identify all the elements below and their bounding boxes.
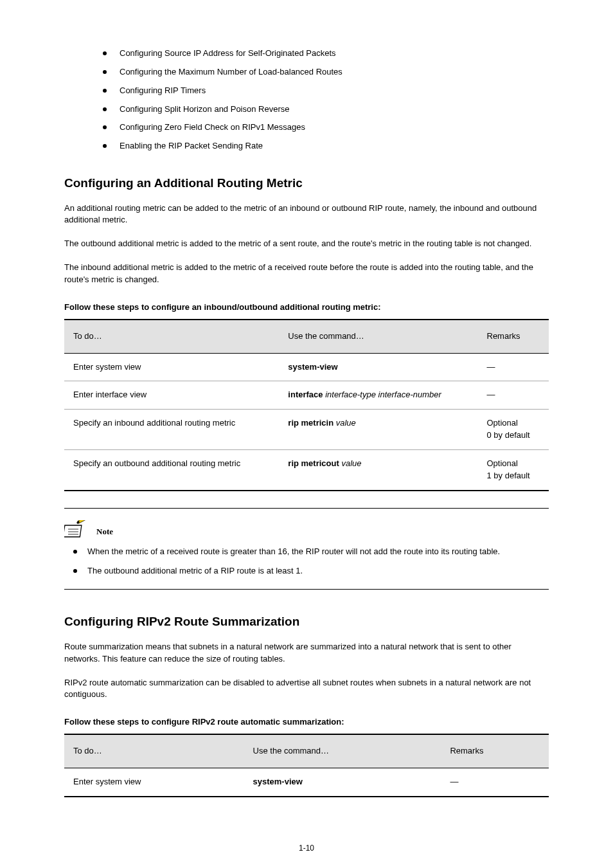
route-summarization-table: To do… Use the command… Remarks Enter sy…: [64, 734, 549, 797]
command-arg: value: [341, 458, 361, 468]
command-arg: value: [336, 418, 356, 428]
cell: Specify an outbound additional routing m…: [64, 449, 279, 490]
table-header: Remarks: [478, 320, 549, 353]
paragraph: An additional routing metric can be adde…: [64, 203, 549, 227]
note-text: When the metric of a received route is g…: [87, 547, 500, 556]
note-head: Note: [64, 520, 549, 538]
command-keyword: rip metricin: [288, 418, 333, 428]
table-header: To do…: [64, 320, 279, 353]
command-keyword: rip metricout: [288, 458, 339, 468]
section-heading-route-summarization: Configuring RIPv2 Route Summarization: [64, 613, 549, 631]
cell: Enter system view: [64, 353, 279, 381]
cell: —: [478, 381, 549, 410]
cell: Enter interface view: [64, 381, 279, 410]
cell: —: [478, 353, 549, 381]
note-item: When the metric of a received route is g…: [73, 546, 549, 558]
list-item: Enabling the RIP Packet Sending Rate: [103, 140, 549, 152]
command: system-view: [253, 777, 303, 786]
cell: rip metricout value: [279, 449, 477, 490]
bullet-text: Configuring Split Horizon and Poison Rev…: [120, 104, 289, 114]
cell: Optional0 by default: [478, 410, 549, 450]
table-header: Remarks: [441, 734, 549, 768]
cell: Enter system view: [64, 768, 244, 796]
paragraph: RIPv2 route automatic summarization can …: [64, 677, 549, 701]
note-item: The outbound additional metric of a RIP …: [73, 565, 549, 577]
section-heading-additional-metric: Configuring an Additional Routing Metric: [64, 174, 549, 192]
bullet-text: Configuring Zero Field Check on RIPv1 Me…: [120, 122, 305, 132]
table-header: Use the command…: [244, 734, 441, 768]
list-item: Configuring Source IP Address for Self-O…: [103, 48, 549, 60]
bullet-text: Configuring RIP Timers: [120, 86, 206, 95]
cell: Specify an inbound additional routing me…: [64, 410, 279, 450]
paragraph: Route summarization means that subnets i…: [64, 641, 549, 665]
list-item: Configuring the Maximum Number of Load-b…: [103, 66, 549, 78]
note-list: When the metric of a received route is g…: [64, 546, 549, 578]
additional-metric-table: To do… Use the command… Remarks Enter sy…: [64, 319, 549, 491]
list-item: Configuring Zero Field Check on RIPv1 Me…: [103, 122, 549, 134]
table-row: Enter interface view interface interface…: [64, 381, 549, 410]
table-row: Enter system view system-view —: [64, 768, 549, 796]
cell: rip metricin value: [279, 410, 477, 450]
note-text: The outbound additional metric of a RIP …: [87, 566, 303, 575]
bullet-text: Enabling the RIP Packet Sending Rate: [120, 141, 263, 150]
table-header: Use the command…: [279, 320, 477, 353]
cell: interface interface-type interface-numbe…: [279, 381, 477, 410]
list-item: Configuring RIP Timers: [103, 85, 549, 97]
table-caption: Follow these steps to configure an inbou…: [64, 302, 549, 314]
intro-bullet-list: Configuring Source IP Address for Self-O…: [64, 48, 549, 152]
paragraph: The outbound additional metric is added …: [64, 238, 549, 250]
cell: Optional1 by default: [478, 449, 549, 490]
command-keyword: interface: [288, 390, 323, 399]
note-icon: [64, 520, 93, 538]
table-row: Specify an outbound additional routing m…: [64, 449, 549, 490]
table-row: Enter system view system-view —: [64, 353, 549, 381]
cell: system-view: [279, 353, 477, 381]
bullet-text: Configuring Source IP Address for Self-O…: [120, 48, 336, 58]
cell: —: [441, 768, 549, 796]
note-label: Note: [96, 526, 113, 538]
table-header: To do…: [64, 734, 244, 768]
command: system-view: [288, 362, 337, 372]
command-arg: interface-type interface-number: [325, 390, 441, 399]
paragraph: The inbound additional metric is added t…: [64, 262, 549, 286]
list-item: Configuring Split Horizon and Poison Rev…: [103, 104, 549, 116]
cell: system-view: [244, 768, 441, 796]
table-row: Specify an inbound additional routing me…: [64, 410, 549, 450]
svg-rect-0: [64, 525, 82, 537]
table-caption: Follow these steps to configure RIPv2 ro…: [64, 716, 549, 728]
note-block: Note When the metric of a received route…: [64, 508, 549, 590]
page-number: 1-10: [299, 843, 314, 854]
bullet-text: Configuring the Maximum Number of Load-b…: [120, 67, 342, 77]
